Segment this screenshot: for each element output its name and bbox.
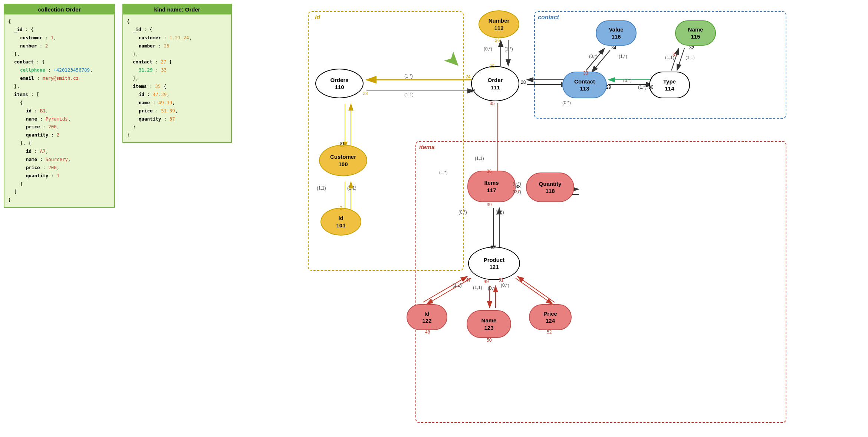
num-29: 29 [606,85,611,90]
node-id-101: Id 101 [320,208,361,236]
region-items-label: items [419,144,435,151]
region-contact [534,11,786,119]
num-50: 50 [487,338,491,343]
diagram: _id contact items [230,0,868,437]
region-contact-label: contact [538,14,559,21]
node-orders: Orders 110 [315,69,364,98]
arrlabel-0star-prod3: (0,*) [488,286,496,291]
node-customer: Customer 100 [319,145,367,176]
arrlabel-0star-qty2: (0,*) [513,189,521,194]
num-32: 32 [689,45,694,50]
num-24: 24 [466,74,470,79]
arrlabel-0star-items3: (0,*) [496,210,504,215]
arrlabel-0star-num1: (0,*) [484,46,492,52]
arrlabel-0star-val1: (0,*) [589,54,598,59]
node-value: Value 116 [596,20,637,46]
num-23: 23 [363,91,368,96]
collection-panel: collection Order { _id : { customer : 1,… [4,4,115,208]
arrlabel-1star-top: (1,*) [404,73,413,79]
node-name-115: Name 115 [675,20,716,46]
node-number: Number 112 [479,10,519,38]
kind-panel-content: { _id : { customer : 1.21.24, number : 2… [123,14,231,142]
collection-panel-title: collection Order [4,4,114,14]
arrlabel-1star-items: (1,*) [439,170,448,175]
arrlabel-11-bottom: (1,1) [404,92,414,97]
node-order: Order 111 [471,66,519,101]
num-35: 35 [490,101,494,106]
arrlabel-0star-items2: (0,*) [458,210,467,215]
node-price: Price 124 [529,304,572,330]
num-2: 2 [340,206,342,211]
arrlabel-1star-val2: (1,*) [619,54,627,59]
arrlabel-0star-qty1: (0,*) [513,181,521,186]
arrlabel-11-name2: (1,1) [685,55,695,60]
num-40: 40 [490,245,494,250]
kind-panel-title: kind name: Order [123,4,231,14]
arrlabel-11-prod2: (1,1) [473,285,482,290]
num-51: 51 [499,277,503,283]
num-26: 26 [495,38,500,43]
arrlabel-11-prod1: (1,1) [453,283,462,288]
num-30: 30 [648,85,653,90]
arrlabel-11-cust2: (1,1) [347,185,356,191]
num-21: 21 [340,141,345,146]
num-25: 25 [490,64,494,69]
num-39: 39 [487,202,491,207]
num-52: 52 [547,329,552,335]
node-product: Product 121 [468,247,520,280]
node-quantity: Quantity 118 [526,172,574,202]
arrlabel-0star-prod4: (0,*) [501,283,509,288]
arrlabel-1star-type2: (1,*) [638,85,647,90]
arrlabel-11-cust1: (1,1) [317,185,326,191]
kind-panel: kind name: Order { _id : { customer : 1.… [122,4,232,143]
arrlabel-11-items2: (1,1) [475,156,484,161]
arrlabel-1star-num2: (1,*) [504,46,513,52]
node-name-123: Name 123 [467,310,511,338]
num-47: 47 [466,277,471,283]
node-type: Type 114 [649,72,690,98]
num-28: 28 [521,80,526,85]
num-27: 27 [470,88,475,93]
arrlabel-11-name1: (1,1) [665,55,674,60]
num-34: 34 [611,45,616,50]
num-33: 33 [583,70,588,76]
num-49: 49 [484,279,489,284]
num-36: 36 [487,169,491,174]
num-48: 48 [425,329,430,335]
collection-panel-content: { _id : { customer : 1, number : 2 }, co… [4,14,114,207]
node-items: Items 117 [467,171,516,202]
arrlabel-0star-contact: (0,*) [562,100,571,105]
region-id-label: _id [312,14,320,21]
arrlabel-0star-type: (0,*) [623,78,632,83]
node-id-122: Id 122 [407,304,447,330]
